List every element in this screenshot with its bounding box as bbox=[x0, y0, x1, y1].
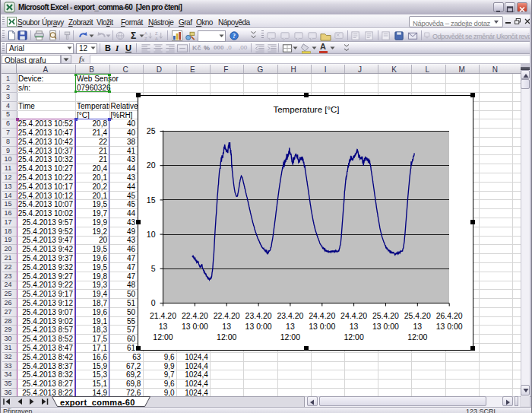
svg-text:10: 10 bbox=[147, 229, 156, 238]
svg-text:13: 13 bbox=[222, 321, 231, 330]
svg-text:12:00: 12:00 bbox=[153, 332, 173, 341]
svg-text:12:00: 12:00 bbox=[280, 332, 300, 341]
svg-text:A: A bbox=[155, 37, 158, 41]
svg-text:22.4.20: 22.4.20 bbox=[182, 310, 208, 319]
svg-text:15: 15 bbox=[147, 195, 156, 204]
svg-text:21.4.20: 21.4.20 bbox=[150, 310, 176, 319]
svg-text:13: 13 bbox=[286, 321, 295, 330]
svg-text:23.4.20: 23.4.20 bbox=[277, 310, 303, 319]
svg-text:20: 20 bbox=[147, 160, 156, 170]
svg-text:13: 13 bbox=[413, 321, 422, 330]
svg-text:12:00: 12:00 bbox=[217, 332, 236, 341]
svg-text:12:00: 12:00 bbox=[344, 332, 363, 341]
svg-text:13 0:00: 13 0:00 bbox=[372, 321, 399, 330]
svg-text:13 0:00: 13 0:00 bbox=[182, 321, 208, 330]
svg-text:13 0:00: 13 0:00 bbox=[309, 321, 335, 330]
svg-text:13 0:00: 13 0:00 bbox=[436, 321, 463, 330]
svg-text:25.4.20: 25.4.20 bbox=[404, 310, 431, 319]
svg-text:5: 5 bbox=[151, 263, 156, 272]
svg-text:13: 13 bbox=[350, 321, 359, 330]
svg-text:?: ? bbox=[233, 33, 236, 40]
svg-text:Z: Z bbox=[155, 31, 158, 36]
svg-text:25.4.20: 25.4.20 bbox=[372, 310, 399, 319]
svg-text:13 0:00: 13 0:00 bbox=[245, 321, 272, 330]
svg-text:22.4.20: 22.4.20 bbox=[214, 310, 240, 319]
svg-text:Temperature [°C]: Temperature [°C] bbox=[273, 105, 339, 114]
svg-text:25: 25 bbox=[147, 126, 156, 135]
svg-text:0: 0 bbox=[151, 298, 156, 307]
svg-text:26.4.20: 26.4.20 bbox=[436, 310, 463, 319]
svg-text:13: 13 bbox=[159, 321, 168, 330]
svg-text:A: A bbox=[144, 31, 147, 36]
svg-text:Z: Z bbox=[144, 37, 147, 41]
svg-text:24.4.20: 24.4.20 bbox=[309, 310, 335, 319]
svg-text:24.4.20: 24.4.20 bbox=[340, 310, 367, 319]
svg-text:12:00: 12:00 bbox=[407, 332, 427, 341]
svg-text:23.4.20: 23.4.20 bbox=[245, 310, 272, 319]
